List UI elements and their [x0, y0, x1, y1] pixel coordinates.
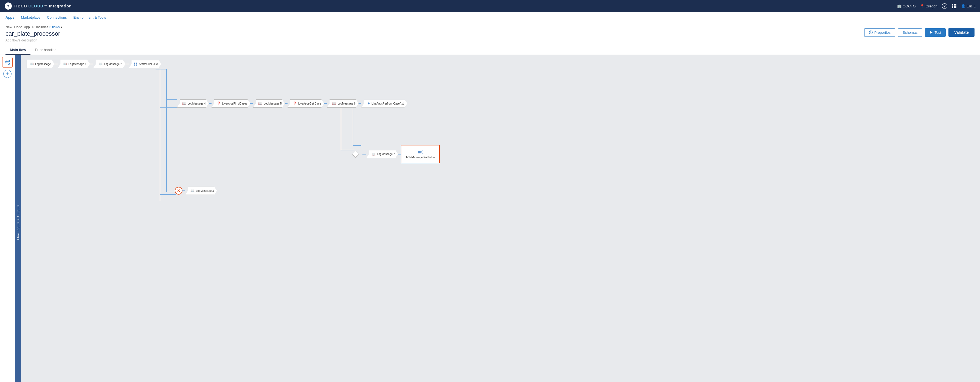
- svg-line-19: [7, 62, 8, 64]
- flows-link[interactable]: 3 flows: [49, 25, 59, 29]
- flow-row-4: ✕ 📖 LogMessage 3: [175, 186, 217, 195]
- vert-connector-2-3: [341, 108, 341, 150]
- node-logmessage-1[interactable]: 📖 LogMessage 1: [57, 60, 90, 68]
- nav-environment-tools[interactable]: Environment & Tools: [73, 15, 106, 19]
- node-logmessage-6[interactable]: 📖 LogMessage 6: [327, 99, 359, 108]
- tab-error-handler[interactable]: Error handler: [30, 46, 60, 55]
- gear-icon: [366, 102, 370, 105]
- node-logmessage-2[interactable]: 📖 LogMessage 2: [93, 60, 126, 68]
- flow-row-1: 📖 LogMessage 📖 LogMessage 1 📖 LogMessage…: [27, 60, 161, 68]
- node-label-getcase: LiveAppsGet Case: [298, 102, 321, 105]
- svg-point-15: [5, 62, 7, 63]
- left-toolbar: +: [0, 55, 15, 382]
- schemas-button[interactable]: Schemas: [898, 28, 922, 37]
- nav-apps[interactable]: Apps: [5, 15, 14, 19]
- location-icon: 📍: [920, 4, 924, 8]
- node-label-5: LogMessage 5: [264, 102, 282, 105]
- svg-rect-10: [955, 7, 956, 8]
- node-label-2: LogMessage 2: [104, 62, 122, 65]
- validate-button[interactable]: Validate: [948, 28, 975, 37]
- node-tcmmessage-publisher[interactable]: TCMMessage Publisher: [401, 145, 440, 163]
- user-label: Eric L: [967, 4, 975, 8]
- flow-canvas[interactable]: 📖 LogMessage 📖 LogMessage 1 📖 LogMessage…: [21, 55, 980, 382]
- horiz-to-row2: [160, 107, 178, 108]
- user-menu[interactable]: 👤 Eric L: [961, 4, 975, 8]
- node-label-tcm: TCMMessage Publisher: [406, 156, 435, 159]
- node-label-findcases: LiveAppsFin dCases: [222, 102, 247, 105]
- node-startasubflow[interactable]: StartaSubFlo w: [129, 60, 161, 68]
- side-label-bar: Flow Inputs & Outputs: [15, 55, 21, 382]
- svg-rect-31: [136, 64, 137, 65]
- org-selector[interactable]: 🏢 OOCTO: [897, 4, 916, 8]
- node-logmessage-3[interactable]: 📖 LogMessage 3: [185, 186, 217, 195]
- svg-rect-7: [955, 5, 956, 6]
- connector-2: [90, 64, 93, 64]
- svg-rect-8: [952, 7, 953, 8]
- add-activity-button[interactable]: +: [3, 70, 11, 78]
- svg-rect-5: [952, 5, 953, 6]
- conn-r2-4: [324, 103, 327, 104]
- node-liveapps-performcase[interactable]: LiveAppsPerf ormCaseActi: [361, 100, 407, 108]
- book-icon: 📖: [30, 62, 34, 66]
- svg-point-12: [870, 31, 871, 32]
- nav-connections[interactable]: Connections: [47, 15, 67, 19]
- flow-tabs: Main flow Error handler: [5, 46, 62, 55]
- conn-r3-2: [398, 154, 401, 154]
- grid-icon: [952, 3, 957, 8]
- flow-description[interactable]: Add flow's description: [5, 38, 62, 42]
- header-left-section: New_Flogo_App_16 includes 3 flows ▾ car_…: [5, 25, 62, 55]
- x-icon: ✕: [177, 189, 180, 193]
- svg-rect-13: [870, 32, 871, 33]
- properties-icon: [869, 30, 873, 34]
- connector-3: [126, 64, 129, 64]
- node-logmessage-4[interactable]: 📖 LogMessage 4: [177, 99, 209, 108]
- node-liveapps-findcases[interactable]: ❓ LiveAppsFin dCases: [212, 99, 250, 108]
- node-logmessage[interactable]: 📖 LogMessage: [27, 60, 54, 68]
- horiz-to-row4: [160, 194, 176, 195]
- org-icon: 🏢: [897, 4, 902, 8]
- org-label: OOCTO: [903, 4, 916, 8]
- properties-button[interactable]: Properties: [864, 28, 895, 37]
- svg-rect-29: [136, 62, 137, 64]
- flow-icon: [5, 59, 10, 65]
- conn-r2-1: [209, 103, 212, 104]
- breadcrumb-text: New_Flogo_App_16 includes: [5, 25, 48, 29]
- svg-line-34: [421, 151, 423, 151]
- svg-text:T: T: [7, 5, 10, 8]
- tcm-icon: [418, 149, 423, 155]
- svg-rect-33: [418, 151, 421, 153]
- node-label: LogMessage: [35, 62, 51, 65]
- book-icon-1: 📖: [63, 62, 67, 66]
- breadcrumb-dropdown-icon[interactable]: ▾: [60, 25, 62, 29]
- region-selector[interactable]: 📍 Oregon: [920, 4, 937, 8]
- help-button[interactable]: ?: [942, 3, 947, 9]
- test-button[interactable]: Test: [925, 28, 946, 37]
- flow-row-2: 📖 LogMessage 4 ❓ LiveAppsFin dCases 📖 Lo…: [177, 99, 407, 108]
- book-icon-7: 📖: [371, 152, 375, 156]
- book-icon-5: 📖: [258, 102, 262, 105]
- flow-connections-svg: [21, 55, 980, 382]
- svg-line-35: [421, 153, 423, 153]
- conn-r2-3: [285, 103, 288, 104]
- conn-r2-2: [250, 103, 253, 104]
- svg-rect-28: [134, 62, 135, 64]
- svg-rect-6: [954, 5, 955, 6]
- node-label-3: LogMessage 3: [196, 189, 214, 193]
- node-logmessage-5[interactable]: 📖 LogMessage 5: [253, 99, 285, 108]
- node-label-4: LogMessage 4: [188, 102, 206, 105]
- nav-marketplace[interactable]: Marketplace: [21, 15, 41, 19]
- grid-menu-button[interactable]: [952, 3, 957, 8]
- connector-1: [54, 64, 57, 64]
- tab-main-flow[interactable]: Main flow: [5, 46, 30, 55]
- book-icon-3: 📖: [190, 189, 194, 193]
- node-liveapps-getcase[interactable]: ❓ LiveAppsGet Case: [288, 99, 324, 108]
- svg-rect-30: [134, 64, 135, 65]
- flow-title: car_plate_processor: [5, 30, 62, 37]
- node-logmessage-7[interactable]: 📖 LogMessage 7: [366, 150, 398, 158]
- svg-point-32: [368, 103, 369, 104]
- horiz-to-diamond: [341, 150, 355, 150]
- side-label-text: Flow Inputs & Outputs: [16, 204, 20, 240]
- svg-rect-2: [952, 4, 953, 5]
- subflow-icon: [134, 62, 137, 66]
- flow-button[interactable]: [2, 57, 13, 67]
